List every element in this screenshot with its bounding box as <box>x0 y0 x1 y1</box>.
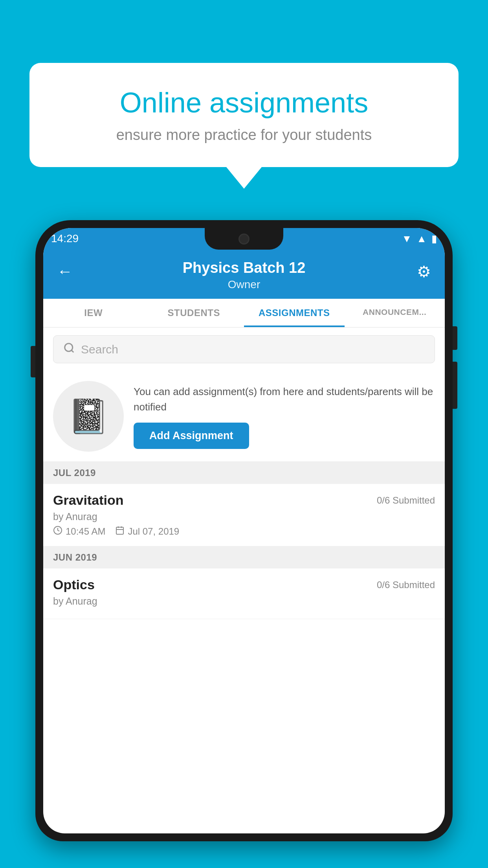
assignment-time: 10:45 AM <box>53 526 105 537</box>
phone-side-button-right-top <box>453 326 457 350</box>
assignment-item-optics[interactable]: Optics 0/6 Submitted by Anurag <box>43 568 445 619</box>
svg-point-0 <box>65 344 73 351</box>
assignment-date: Jul 07, 2019 <box>115 526 179 537</box>
promo-text: You can add assignment(s) from here and … <box>134 384 435 415</box>
section-header-jun: JUN 2019 <box>43 546 445 568</box>
assignment-name: Gravitation <box>53 493 123 508</box>
gear-icon[interactable]: ⚙ <box>417 263 431 281</box>
clock-icon <box>53 526 62 537</box>
speech-bubble: Online assignments ensure more practice … <box>29 63 459 167</box>
app-header-title: Physics Batch 12 <box>57 259 431 276</box>
calendar-icon <box>115 526 125 537</box>
tabs-container: IEW STUDENTS ASSIGNMENTS ANNOUNCEM... <box>43 299 445 327</box>
search-bar[interactable]: Search <box>53 335 435 363</box>
notebook-icon: 📓 <box>68 397 109 436</box>
add-assignment-button[interactable]: Add Assignment <box>134 423 249 449</box>
phone-frame: 14:29 ▼ ▲ ▮ ← Physics Batch 12 Owner ⚙ I… <box>35 220 453 841</box>
assignment-submitted: 0/6 Submitted <box>377 495 435 506</box>
assignment-top-row-optics: Optics 0/6 Submitted <box>53 577 435 592</box>
assignment-author-optics: by Anurag <box>53 596 435 607</box>
status-time: 14:29 <box>51 232 79 245</box>
back-button[interactable]: ← <box>57 263 73 280</box>
tab-announcements[interactable]: ANNOUNCEM... <box>345 299 445 327</box>
phone-container: 14:29 ▼ ▲ ▮ ← Physics Batch 12 Owner ⚙ I… <box>35 220 453 868</box>
add-assignment-promo: 📓 You can add assignment(s) from here an… <box>43 371 445 462</box>
speech-bubble-arrow <box>226 167 262 189</box>
speech-bubble-subtitle: ensure more practice for your students <box>57 127 431 143</box>
svg-line-1 <box>72 350 73 352</box>
search-placeholder: Search <box>81 343 118 356</box>
assignment-meta: 10:45 AM Jul 07, 201 <box>53 526 435 537</box>
tab-iew[interactable]: IEW <box>43 299 144 327</box>
app-header-subtitle: Owner <box>57 278 431 291</box>
phone-side-button-left <box>31 346 35 377</box>
speech-bubble-title: Online assignments <box>57 86 431 119</box>
tab-students[interactable]: STUDENTS <box>144 299 244 327</box>
speech-bubble-container: Online assignments ensure more practice … <box>29 63 459 189</box>
section-header-jul: JUL 2019 <box>43 462 445 484</box>
signal-icon: ▲ <box>416 233 427 245</box>
svg-rect-3 <box>116 527 123 534</box>
tab-assignments[interactable]: ASSIGNMENTS <box>244 299 345 327</box>
screen-content: Search 📓 You can add assignment(s) from … <box>43 327 445 833</box>
phone-side-button-right-bottom <box>453 362 457 409</box>
assignment-author: by Anurag <box>53 511 435 522</box>
phone-screen: ← Physics Batch 12 Owner ⚙ IEW STUDENTS … <box>43 228 445 833</box>
search-container: Search <box>43 327 445 371</box>
assignment-name-optics: Optics <box>53 577 95 592</box>
assignment-item-gravitation[interactable]: Gravitation 0/6 Submitted by Anurag <box>43 484 445 546</box>
wifi-icon: ▼ <box>402 233 412 245</box>
status-icons: ▼ ▲ ▮ <box>402 233 437 245</box>
promo-content: You can add assignment(s) from here and … <box>134 384 435 449</box>
battery-icon: ▮ <box>431 233 437 245</box>
status-bar: 14:29 ▼ ▲ ▮ <box>51 229 437 248</box>
assignment-submitted-optics: 0/6 Submitted <box>377 579 435 590</box>
assignment-top-row: Gravitation 0/6 Submitted <box>53 493 435 508</box>
search-icon <box>63 342 75 357</box>
promo-icon-circle: 📓 <box>53 381 124 452</box>
